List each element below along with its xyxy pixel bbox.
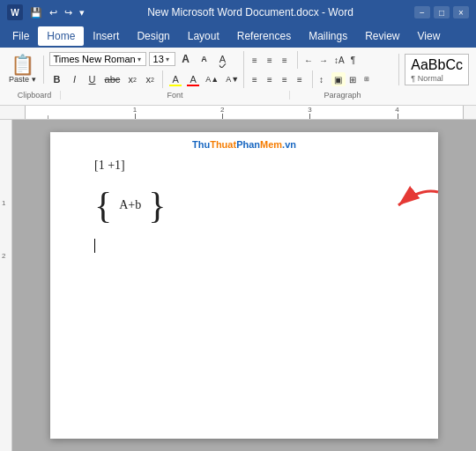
paragraph-group: ≡ ≡ ≡ ← → ↕A ¶ ≡ ≡ ≡ ≡ ↕ ▣ ⊞ ⊞ xyxy=(243,51,376,88)
ruler-tick-0 xyxy=(48,115,48,119)
title-bar-left: W 💾 ↩ ↪ ▾ xyxy=(7,4,86,20)
font-color-bar xyxy=(187,85,199,86)
superscript-button[interactable]: x2 xyxy=(142,71,158,87)
document-page[interactable]: ThuThuatPhanMem.vn [1 +1] { A+b } xyxy=(50,132,438,439)
ruler: 1 2 3 4 xyxy=(0,106,476,120)
close-button[interactable]: × xyxy=(453,6,469,18)
menu-references[interactable]: References xyxy=(228,26,300,46)
show-marks-button[interactable]: ¶ xyxy=(348,53,362,67)
decrease-indent-button[interactable]: ← xyxy=(301,53,316,67)
border-button[interactable]: ⊞ xyxy=(346,72,361,86)
equation-text: [1 +1] xyxy=(94,159,125,172)
paste-button[interactable]: 📋 xyxy=(11,55,34,75)
clear-format-button[interactable]: A xyxy=(215,51,231,67)
font-size-value: 13 xyxy=(153,54,164,64)
ruler-label-4: 4 xyxy=(395,106,398,114)
ruler-inner: 1 2 3 4 xyxy=(25,106,464,119)
increase-indent-button[interactable]: → xyxy=(316,53,331,67)
watermark-thuat: Thuat xyxy=(210,139,236,150)
paste-split-button[interactable]: Paste ▾ xyxy=(7,75,38,84)
decrease-font-size-button[interactable]: A xyxy=(197,51,212,67)
word-app-icon: W xyxy=(7,4,23,20)
watermark-phan: Phan xyxy=(236,139,260,150)
menu-bar: File Home Insert Design Layout Reference… xyxy=(0,25,476,48)
cursor-area[interactable] xyxy=(94,238,394,254)
minimize-button[interactable]: − xyxy=(414,6,430,18)
menu-layout[interactable]: Layout xyxy=(179,26,228,46)
font-size-dropdown[interactable]: 13 ▾ xyxy=(149,52,175,66)
expand-para-button[interactable]: ⊞ xyxy=(361,72,376,86)
left-ruler-label-1: 1 xyxy=(2,199,5,207)
bullets-button[interactable]: ≡ xyxy=(249,53,264,67)
brace-formula: A+b xyxy=(119,198,141,211)
ruler-label-1: 1 xyxy=(133,106,137,114)
strikethrough-button[interactable]: abc xyxy=(102,71,123,87)
watermark-thu: Thu xyxy=(192,139,210,150)
font-color-button[interactable]: A xyxy=(185,71,201,87)
menu-view[interactable]: View xyxy=(409,26,450,46)
ruler-tick-1 xyxy=(135,114,136,119)
styles-preview-text: AaBbCc xyxy=(411,56,463,73)
text-cursor xyxy=(94,239,95,253)
maximize-button[interactable]: □ xyxy=(434,6,450,18)
document-area: 1 2 ThuThuatPhanMem.vn [1 +1] { A+b } xyxy=(0,120,476,451)
menu-design[interactable]: Design xyxy=(128,26,178,46)
left-ruler: 1 2 xyxy=(0,120,12,451)
text-highlight-button[interactable]: A xyxy=(167,71,183,87)
align-right-button[interactable]: ≡ xyxy=(279,72,294,86)
menu-insert[interactable]: Insert xyxy=(84,26,128,46)
sort-button[interactable]: ↕A xyxy=(331,53,347,67)
justify-button[interactable]: ≡ xyxy=(294,72,309,86)
align-center-button[interactable]: ≡ xyxy=(264,72,279,86)
watermark: ThuThuatPhanMem.vn xyxy=(50,139,438,150)
ruler-label-3: 3 xyxy=(308,106,311,114)
menu-file[interactable]: File xyxy=(4,26,38,46)
left-ruler-label-2: 2 xyxy=(2,252,5,260)
ruler-tick-2 xyxy=(222,114,223,119)
watermark-vn: .vn xyxy=(282,139,296,150)
undo-button[interactable]: ↩ xyxy=(48,5,59,20)
watermark-mem: Mem xyxy=(260,139,282,150)
close-brace: } xyxy=(148,187,166,224)
increase-font-button2[interactable]: A▲ xyxy=(203,71,221,87)
menu-review[interactable]: Review xyxy=(356,26,408,46)
redo-button[interactable]: ↪ xyxy=(63,5,74,20)
multilevel-list-button[interactable]: ≡ xyxy=(279,53,294,67)
menu-home[interactable]: Home xyxy=(38,26,84,46)
title-bar: W 💾 ↩ ↪ ▾ New Microsoft Word Document.do… xyxy=(0,0,476,25)
subscript-button[interactable]: x2 xyxy=(124,71,140,87)
italic-button[interactable]: I xyxy=(67,71,83,87)
align-left-button[interactable]: ≡ xyxy=(249,72,264,86)
clipboard-group: 📋 Paste ▾ xyxy=(7,55,44,84)
highlight-bar xyxy=(169,85,182,86)
styles-preview-box[interactable]: AaBbCc ¶ Normal xyxy=(405,54,469,85)
window-controls: − □ × xyxy=(414,6,469,18)
font-name-value: Times New Roman xyxy=(54,54,136,64)
separator1 xyxy=(162,70,163,88)
quick-access-toolbar: 💾 ↩ ↪ ▾ xyxy=(28,5,86,20)
font-selectors: Times New Roman ▾ 13 ▾ A A A B I U abc x… xyxy=(49,51,242,88)
paragraph-label: Paragraph xyxy=(289,91,395,100)
paragraph-row2: ≡ ≡ ≡ ≡ ↕ ▣ ⊞ ⊞ xyxy=(249,70,376,88)
font-name-dropdown[interactable]: Times New Roman ▾ xyxy=(49,52,146,66)
decrease-font-button2[interactable]: A▼ xyxy=(223,71,242,87)
font-color-icon: A xyxy=(190,74,197,85)
numbering-button[interactable]: ≡ xyxy=(264,53,279,67)
line-spacing-button[interactable]: ↕ xyxy=(316,72,331,86)
ruler-tick-4 xyxy=(398,114,398,119)
menu-mailings[interactable]: Mailings xyxy=(300,26,356,46)
red-arrow-annotation xyxy=(376,183,447,227)
font-name-arrow: ▾ xyxy=(138,55,141,63)
font-label: Font xyxy=(60,91,289,100)
paragraph-row1: ≡ ≡ ≡ ← → ↕A ¶ xyxy=(249,51,376,69)
ribbon: 📋 Paste ▾ Times New Roman ▾ 13 ▾ A A A xyxy=(0,48,476,106)
save-button[interactable]: 💾 xyxy=(28,5,44,20)
customize-quick-access-button[interactable]: ▾ xyxy=(78,5,86,20)
styles-label: ¶ Normal xyxy=(411,74,443,83)
bold-button[interactable]: B xyxy=(49,71,65,87)
paste-icon: 📋 xyxy=(11,55,34,75)
increase-font-size-button[interactable]: A xyxy=(178,51,194,67)
para-sep1 xyxy=(297,51,298,69)
underline-button[interactable]: U xyxy=(85,71,100,87)
shading-button[interactable]: ▣ xyxy=(331,72,346,86)
